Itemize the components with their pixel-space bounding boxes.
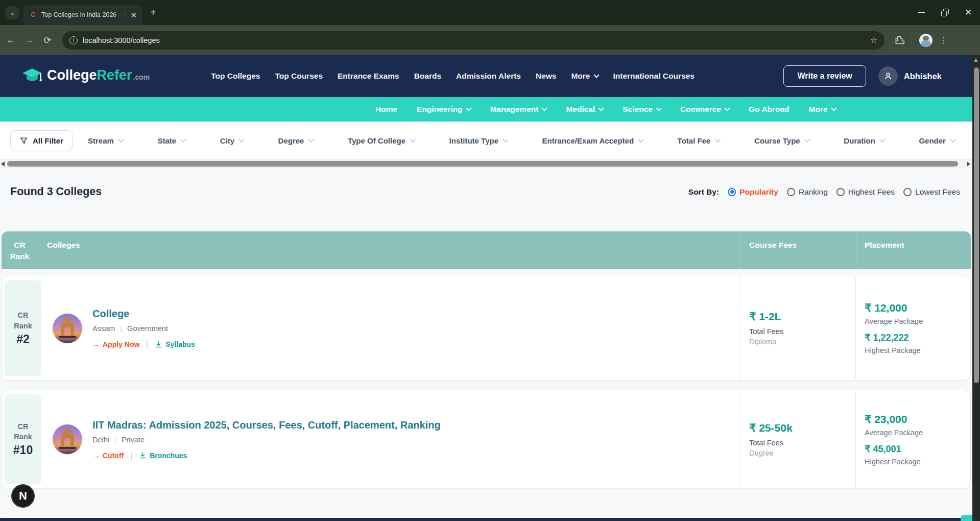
chevron-down-icon (503, 136, 508, 142)
filter-course-type[interactable]: Course Type (754, 136, 809, 145)
user-chip[interactable]: Abhishek (878, 66, 942, 86)
radio-icon[interactable] (787, 188, 795, 196)
window-controls: ✕ (910, 0, 980, 25)
filter-total-fee[interactable]: Total Fee (678, 136, 720, 145)
person-icon (883, 71, 893, 81)
address-bar[interactable]: i localhost:3000/colleges ☆ (62, 31, 885, 50)
scroll-right-icon[interactable] (967, 161, 970, 167)
filter-duration[interactable]: Duration (844, 136, 885, 145)
subnav-more[interactable]: More (809, 105, 836, 114)
college-name[interactable]: College (92, 308, 195, 320)
filter-city[interactable]: City (220, 136, 244, 145)
subnav-go-abroad[interactable]: Go Abroad (749, 105, 790, 114)
chevron-down-icon (180, 136, 186, 142)
sort-option-popularity[interactable]: Popularity (728, 187, 778, 197)
average-package-value: ₹ 23,000 (865, 413, 970, 425)
brochure-link[interactable]: Bronchues (139, 452, 187, 460)
scroll-up-icon[interactable] (974, 58, 978, 62)
sort-option-lowest-fees[interactable]: Lowest Fees (903, 187, 960, 197)
subnav-management[interactable]: Management (490, 105, 547, 114)
college-logo (53, 424, 82, 454)
close-button[interactable]: ✕ (957, 0, 980, 25)
highest-package-label: Highest Package (865, 346, 970, 354)
filter-gender[interactable]: Gender (919, 136, 955, 145)
nav-international-courses[interactable]: International Courses (613, 72, 695, 81)
chevron-down-icon (804, 136, 810, 142)
nav-news[interactable]: News (536, 72, 557, 81)
radio-icon[interactable] (903, 188, 912, 196)
column-header-colleges: Colleges (38, 231, 740, 269)
syllabus-link[interactable]: Syllabus (155, 340, 195, 348)
profile-avatar[interactable] (919, 34, 933, 47)
horizontal-scrollbar[interactable] (0, 159, 972, 168)
chevron-down-icon (724, 105, 730, 111)
filter-bar: All Filter Stream State City Degree Type… (0, 122, 972, 159)
filter-stream[interactable]: Stream (88, 136, 123, 145)
average-package-label: Average Package (865, 317, 970, 325)
logo-text-com: .com (133, 73, 150, 81)
arrow-right-icon: → (92, 340, 100, 348)
cutoff-link[interactable]: →Cutoff (92, 452, 124, 460)
filter-entrance-exam[interactable]: Entrance/Exam Accepted (542, 136, 643, 145)
nav-more[interactable]: More (571, 72, 598, 81)
subnav-medical[interactable]: Medical (566, 105, 603, 114)
horizontal-scrollbar-thumb[interactable] (7, 161, 958, 167)
sort-option-ranking[interactable]: Ranking (787, 187, 828, 197)
scroll-left-icon[interactable] (1, 161, 5, 167)
nextjs-dev-badge[interactable]: N (11, 484, 35, 508)
nav-admission-alerts[interactable]: Admission Alerts (456, 72, 521, 81)
filter-degree[interactable]: Degree (278, 136, 314, 145)
college-card[interactable]: CR Rank #10 IIT Madras: Admission 2025, … (2, 390, 971, 489)
college-links: →Apply Now | Syllabus (92, 340, 195, 348)
filter-state[interactable]: State (157, 136, 185, 145)
restore-button[interactable] (933, 0, 957, 25)
nav-boards[interactable]: Boards (414, 72, 441, 81)
back-button[interactable]: ← (3, 35, 18, 45)
menu-dots-icon[interactable]: ⋮ (940, 35, 948, 45)
chevron-down-icon (638, 136, 643, 142)
url-text[interactable]: localhost:3000/colleges (83, 36, 865, 44)
site-logo[interactable]: CollegeRefer.com (21, 67, 150, 85)
bookmark-star-icon[interactable]: ☆ (870, 35, 877, 45)
apply-now-link[interactable]: →Apply Now (92, 340, 139, 348)
chevron-down-icon (715, 136, 721, 142)
college-card[interactable]: CR Rank #2 College Assam (2, 276, 971, 381)
filter-type-of-college[interactable]: Type Of College (348, 136, 415, 145)
subnav-science[interactable]: Science (623, 105, 661, 114)
vertical-scrollbar[interactable] (972, 55, 980, 521)
table-header: CRRank Colleges Course Fees Placement (2, 231, 971, 269)
minimize-icon (918, 12, 925, 13)
column-header-course-fees: Course Fees (740, 231, 856, 269)
fee-type: Degree (749, 449, 855, 457)
tab-close-icon[interactable]: ✕ (130, 11, 137, 19)
nav-top-courses[interactable]: Top Courses (275, 72, 323, 81)
write-review-button[interactable]: Write a review (783, 65, 866, 87)
vertical-scrollbar-thumb[interactable] (974, 67, 979, 383)
nav-entrance-exams[interactable]: Entrance Exams (338, 72, 399, 81)
divider: | (146, 340, 148, 348)
subnav-home[interactable]: Home (375, 105, 397, 114)
subnav-commerce[interactable]: Commerce (680, 105, 729, 114)
reload-button[interactable]: ⟳ (40, 35, 55, 46)
browser-tab[interactable]: C Top Colleges in India 2026 – Ra ✕ (23, 5, 142, 25)
india-gate-image (53, 314, 82, 343)
sort-option-highest-fees[interactable]: Highest Fees (836, 187, 895, 197)
radio-icon[interactable] (836, 188, 845, 196)
filter-dropdowns: Stream State City Degree Type Of College… (88, 136, 955, 145)
minimize-button[interactable] (910, 0, 933, 25)
nav-top-colleges[interactable]: Top Colleges (211, 72, 260, 81)
college-name[interactable]: IIT Madras: Admission 2025, Courses, Fee… (92, 419, 441, 431)
course-fees-cell: ₹ 25-50k Total Fees Degree (740, 390, 855, 488)
subnav-engineering[interactable]: Engineering (417, 105, 471, 114)
site-info-icon[interactable]: i (69, 36, 78, 44)
radio-selected-icon[interactable] (728, 188, 736, 196)
filter-institute-type[interactable]: Institute Type (449, 136, 508, 145)
college-subtitle: Delhi | Private (92, 436, 441, 444)
forward-button[interactable]: → (21, 35, 37, 45)
graduation-cap-icon (21, 67, 43, 85)
extensions-icon[interactable] (894, 35, 904, 45)
new-tab-button[interactable]: + (150, 7, 156, 18)
tab-search-button[interactable]: ⌄ (5, 6, 19, 20)
all-filter-button[interactable]: All Filter (10, 130, 73, 151)
college-location: Delhi (92, 436, 109, 444)
